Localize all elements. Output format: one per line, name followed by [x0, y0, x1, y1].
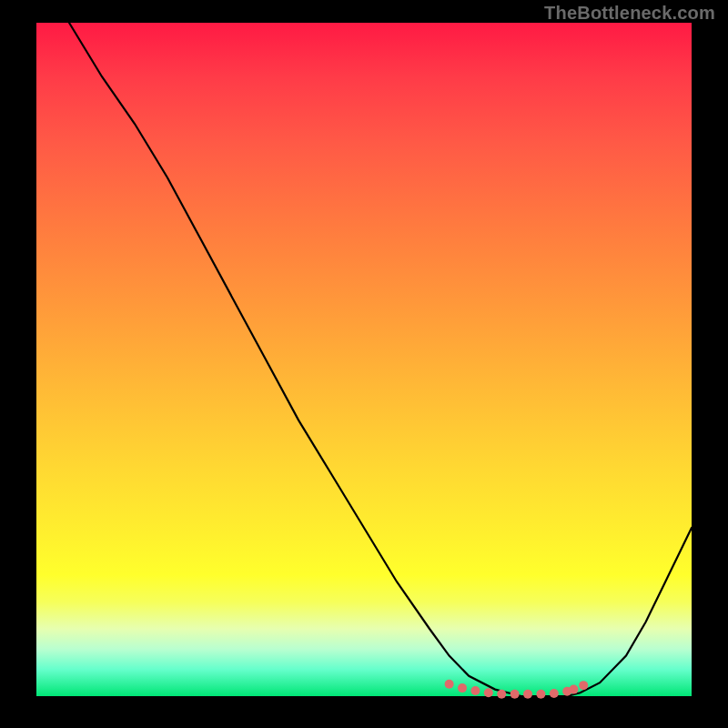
valley-marker — [579, 681, 588, 690]
valley-marker — [470, 686, 480, 695]
valley-marker — [569, 685, 578, 694]
valley-marker — [445, 680, 454, 689]
valley-marker — [511, 690, 520, 699]
valley-marker — [458, 683, 467, 693]
valley-marker — [497, 690, 506, 699]
valley-marker — [536, 690, 545, 699]
curve-line — [69, 23, 692, 696]
chart-frame: TheBottleneck.com — [0, 0, 728, 728]
valley-marker — [550, 689, 559, 698]
valley-marker — [523, 690, 532, 699]
valley-marker — [484, 688, 493, 697]
plot-area — [36, 23, 692, 696]
valley-markers — [445, 680, 589, 699]
watermark-text: TheBottleneck.com — [544, 3, 715, 24]
chart-svg — [36, 23, 692, 696]
